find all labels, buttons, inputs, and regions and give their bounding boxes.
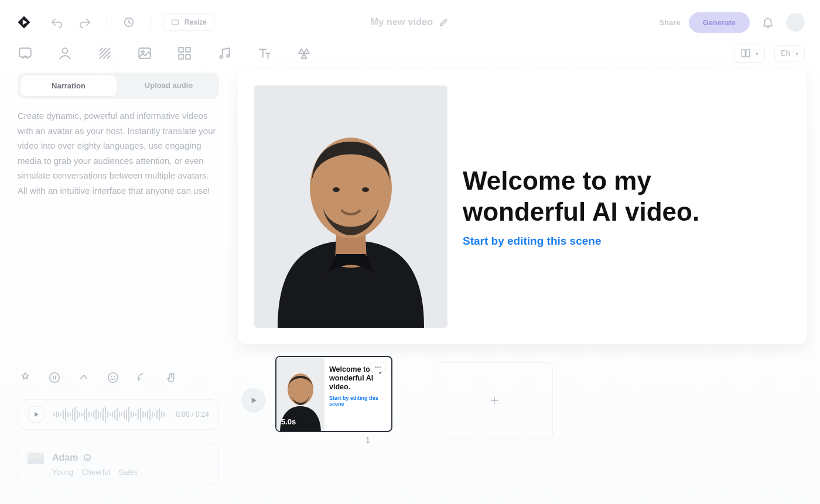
layout-tool[interactable] bbox=[175, 43, 194, 63]
music-tool[interactable] bbox=[214, 43, 234, 63]
svg-rect-3 bbox=[172, 20, 179, 25]
scene-headline: Welcome to my wonderful AI video. bbox=[463, 166, 775, 228]
main-area: Narration Upload audio Create dynamic, p… bbox=[0, 69, 820, 485]
svg-marker-26 bbox=[252, 397, 257, 403]
sidebar: Narration Upload audio Create dynamic, p… bbox=[13, 69, 224, 485]
script-tabs: Narration Upload audio bbox=[18, 73, 219, 99]
notifications-button[interactable] bbox=[758, 12, 778, 32]
edit-title-icon[interactable] bbox=[439, 17, 449, 28]
tone-button[interactable] bbox=[76, 370, 91, 385]
svg-point-7 bbox=[142, 51, 144, 53]
chevron-down-icon: ▾ bbox=[756, 50, 758, 57]
chevron-down-icon: ▾ bbox=[795, 50, 798, 57]
script-tool[interactable] bbox=[15, 43, 35, 63]
voice-tag: Sales bbox=[119, 468, 138, 476]
svg-point-5 bbox=[63, 48, 68, 53]
voice-controls bbox=[18, 370, 219, 385]
avatar-tool[interactable] bbox=[55, 43, 75, 63]
avatar-frame[interactable] bbox=[254, 85, 447, 328]
svg-rect-15 bbox=[746, 50, 750, 57]
thumb-duration: 5.0s bbox=[281, 417, 296, 426]
media-tool[interactable] bbox=[135, 43, 155, 63]
timeline: Welcome to my wonderful AI video. Start … bbox=[238, 356, 807, 445]
divider bbox=[151, 16, 151, 29]
add-scene-button[interactable] bbox=[436, 362, 553, 438]
thumb-index: 1 bbox=[309, 436, 426, 445]
voice-name: Adam bbox=[52, 452, 78, 463]
shapes-tool[interactable] bbox=[294, 43, 314, 63]
svg-rect-14 bbox=[742, 50, 746, 57]
audio-waveform[interactable] bbox=[53, 406, 168, 423]
script-textarea[interactable]: Create dynamic, powerful and informative… bbox=[18, 108, 219, 198]
svg-point-18 bbox=[111, 376, 112, 377]
svg-rect-11 bbox=[186, 54, 190, 59]
svg-rect-9 bbox=[186, 47, 190, 52]
pause-insert-button[interactable] bbox=[47, 370, 62, 385]
account-avatar[interactable] bbox=[786, 13, 805, 32]
timeline-play-button[interactable] bbox=[241, 388, 266, 413]
svg-rect-10 bbox=[179, 54, 183, 59]
thumb-menu-button[interactable]: ••• bbox=[369, 362, 387, 372]
svg-rect-6 bbox=[139, 48, 151, 58]
play-audio-button[interactable] bbox=[28, 406, 45, 423]
project-title[interactable]: My new video bbox=[371, 17, 433, 28]
tool-strip: ▾ EN ▾ bbox=[0, 42, 820, 69]
language-select[interactable]: EN ▾ bbox=[774, 45, 805, 61]
svg-marker-20 bbox=[35, 412, 39, 417]
divider bbox=[107, 16, 107, 29]
avatar-illustration bbox=[254, 85, 447, 328]
voice-tag: Cheerful bbox=[81, 468, 110, 476]
tab-narration[interactable]: Narration bbox=[20, 75, 117, 97]
text-tool[interactable] bbox=[254, 43, 274, 63]
svg-point-28 bbox=[288, 373, 313, 405]
resize-label: Resize bbox=[184, 18, 207, 26]
redo-button[interactable] bbox=[75, 12, 95, 32]
language-code: EN bbox=[781, 49, 791, 57]
scene-canvas[interactable]: Welcome to my wonderful AI video. Start … bbox=[238, 69, 807, 344]
svg-rect-8 bbox=[179, 47, 183, 52]
scene-thumbnail[interactable]: Welcome to my wonderful AI video. Start … bbox=[275, 356, 392, 432]
svg-point-19 bbox=[114, 376, 115, 377]
tab-upload-audio[interactable]: Upload audio bbox=[121, 75, 217, 97]
history-button[interactable] bbox=[119, 12, 139, 32]
undo-button[interactable] bbox=[47, 12, 67, 32]
svg-point-24 bbox=[333, 187, 340, 192]
smile-icon bbox=[83, 453, 92, 462]
audio-preview: 0:00 / 0:24 bbox=[18, 399, 219, 430]
generate-button[interactable]: Generate bbox=[689, 12, 750, 33]
svg-point-13 bbox=[227, 54, 229, 57]
scene-text-block[interactable]: Welcome to my wonderful AI video. Start … bbox=[447, 166, 791, 248]
gesture-button[interactable] bbox=[164, 370, 179, 385]
resize-chip[interactable]: Resize bbox=[163, 13, 214, 31]
emoji-button[interactable] bbox=[105, 370, 121, 385]
share-button[interactable]: Share bbox=[659, 18, 680, 27]
top-bar: Resize My new video Share Generate bbox=[0, 0, 820, 42]
svg-point-21 bbox=[84, 455, 91, 461]
app-logo bbox=[15, 13, 33, 31]
svg-point-25 bbox=[362, 187, 369, 192]
svg-point-17 bbox=[108, 373, 118, 383]
voice-tags: Young Cheerful Sales bbox=[52, 468, 138, 476]
svg-point-16 bbox=[50, 373, 60, 383]
thumb-subtitle: Start by editing this scene bbox=[329, 395, 387, 407]
canvas-area: Welcome to my wonderful AI video. Start … bbox=[238, 69, 807, 485]
voice-enhance-button[interactable] bbox=[18, 370, 33, 385]
scene-subtitle: Start by editing this scene bbox=[463, 235, 775, 248]
voice-speed-button[interactable] bbox=[135, 370, 150, 385]
svg-point-12 bbox=[220, 56, 222, 58]
view-layout-select[interactable]: ▾ bbox=[734, 44, 765, 63]
background-tool[interactable] bbox=[95, 43, 115, 63]
flag-icon bbox=[28, 452, 44, 464]
voice-card[interactable]: Adam Young Cheerful Sales bbox=[18, 444, 219, 485]
voice-tag: Young bbox=[52, 468, 73, 476]
audio-time: 0:00 / 0:24 bbox=[176, 410, 209, 419]
